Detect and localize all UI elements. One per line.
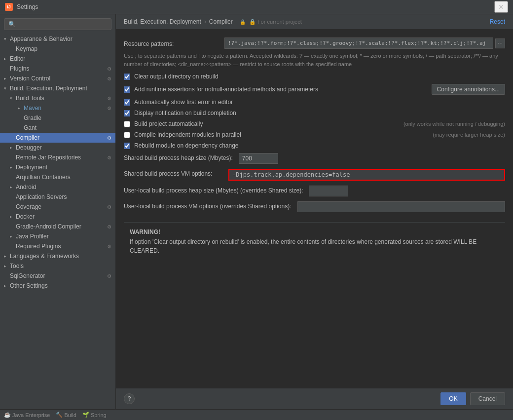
sidebar-item-languages-frameworks[interactable]: Languages & Frameworks xyxy=(0,251,115,261)
build-label: Build xyxy=(64,412,76,418)
sidebar-item-appearance-behavior[interactable]: Appearance & Behavior xyxy=(0,34,115,44)
user-local-vm-input[interactable] xyxy=(297,201,506,212)
arrow-icon xyxy=(10,234,16,239)
runtime-assertions-checkbox[interactable] xyxy=(124,86,130,93)
sidebar-item-compiler[interactable]: Compiler ⚙ xyxy=(0,133,115,143)
sidebar-item-arquillian-containers[interactable]: Arquillian Containers xyxy=(0,172,115,182)
compile-independent-checkbox[interactable] xyxy=(124,132,130,138)
sidebar-item-build-tools[interactable]: Build Tools ⚙ xyxy=(0,93,115,103)
user-local-vm-label: User-local build process VM options (ove… xyxy=(124,201,292,210)
shared-heap-row: Shared build process heap size (Mbytes): xyxy=(124,153,505,164)
help-btn[interactable]: ? xyxy=(124,393,135,404)
warning-text: If option 'Clear output directory on reb… xyxy=(130,237,499,255)
build-automatically-label: Build project automatically xyxy=(134,120,396,127)
settings-icon: ⚙ xyxy=(107,273,111,279)
sidebar-item-maven[interactable]: Maven ⚙ xyxy=(0,103,115,113)
titlebar: IJ Settings ✕ xyxy=(0,0,513,14)
resource-patterns-hint: Use ; to separate patterns and ! to nega… xyxy=(124,52,505,68)
sidebar-item-other-settings[interactable]: Other Settings xyxy=(0,281,115,291)
sidebar-item-version-control[interactable]: Version Control ⚙ xyxy=(0,74,115,83)
sidebar-item-java-profiler[interactable]: Java Profiler xyxy=(0,231,115,241)
taskbar-spring[interactable]: 🌱 Spring xyxy=(82,412,107,418)
user-local-vm-row: User-local build process VM options (ove… xyxy=(124,201,505,212)
resource-patterns-row: Resource patterns: ⋯ xyxy=(124,38,505,49)
shared-heap-input[interactable] xyxy=(239,153,278,164)
settings-icon: ⚙ xyxy=(107,66,111,72)
sidebar-item-build-execution-deployment[interactable]: Build, Execution, Deployment xyxy=(0,83,115,93)
breadcrumb: Build, Execution, Deployment › Compiler … xyxy=(124,18,302,25)
sidebar-item-docker[interactable]: Docker xyxy=(0,212,115,222)
sidebar-item-gradle[interactable]: Gradle xyxy=(0,113,115,123)
warning-title: WARNING! xyxy=(130,229,499,235)
sidebar-scroll: Appearance & Behavior Keymap Editor xyxy=(0,34,115,409)
arrow-icon xyxy=(18,106,24,111)
user-local-heap-row: User-local build process heap size (Mbyt… xyxy=(124,186,505,196)
shared-vm-input[interactable] xyxy=(228,169,505,181)
reset-button[interactable]: Reset xyxy=(490,18,505,25)
arrow-icon xyxy=(10,96,16,101)
arrow-icon xyxy=(4,86,10,91)
sidebar-item-keymap[interactable]: Keymap xyxy=(0,44,115,54)
sidebar-item-editor[interactable]: Editor xyxy=(0,54,115,64)
arrow-icon xyxy=(10,185,16,190)
content-pane: Build, Execution, Deployment › Compiler … xyxy=(116,14,513,409)
build-automatically-row: Build project automatically (only works … xyxy=(124,120,505,127)
display-notification-label: Display notification on build completion xyxy=(134,110,505,116)
sidebar-item-debugger[interactable]: Debugger xyxy=(0,143,115,153)
settings-icon: ⚙ xyxy=(107,135,111,141)
show-first-error-checkbox[interactable] xyxy=(124,99,130,106)
help-icon: ? xyxy=(128,395,131,402)
sidebar-item-plugins[interactable]: Plugins ⚙ xyxy=(0,64,115,74)
configure-annotations-button[interactable]: Configure annotations... xyxy=(432,84,505,95)
settings-icon: ⚙ xyxy=(107,244,111,249)
taskbar-java-enterprise[interactable]: ☕ Java Enterprise xyxy=(4,412,50,418)
main-container: Appearance & Behavior Keymap Editor xyxy=(0,14,513,409)
spring-icon: 🌱 xyxy=(82,412,89,418)
shared-vm-row: Shared build process VM options: xyxy=(124,169,505,181)
settings-icon: ⚙ xyxy=(107,106,111,111)
clear-output-checkbox[interactable] xyxy=(124,74,130,80)
arrow-icon xyxy=(10,214,16,219)
build-automatically-note: (only works while not running / debuggin… xyxy=(403,121,505,127)
expand-button[interactable]: ⋯ xyxy=(495,38,505,48)
rebuild-module-checkbox[interactable] xyxy=(124,143,130,149)
display-notification-row: Display notification on build completion xyxy=(124,110,505,116)
rebuild-module-label: Rebuild module on dependency change xyxy=(134,142,505,149)
content-header: Build, Execution, Deployment › Compiler … xyxy=(116,14,513,30)
compile-independent-note: (may require larger heap size) xyxy=(433,132,505,138)
sidebar-item-android[interactable]: Android xyxy=(0,182,115,192)
breadcrumb-separator: › xyxy=(204,18,206,25)
arrow-icon xyxy=(4,37,10,41)
warning-box: WARNING! If option 'Clear output directo… xyxy=(124,222,505,261)
java-enterprise-icon: ☕ xyxy=(4,412,11,418)
sidebar-item-gant[interactable]: Gant xyxy=(0,123,115,133)
sidebar-item-required-plugins[interactable]: Required Plugins ⚙ xyxy=(0,241,115,251)
sidebar-item-sqlgenerator[interactable]: SqlGenerator ⚙ xyxy=(0,271,115,281)
sidebar-item-remote-jar-repositories[interactable]: Remote Jar Repositories ⚙ xyxy=(0,153,115,162)
clear-output-row: Clear output directory on rebuild xyxy=(124,73,505,80)
window-title: Settings xyxy=(17,3,38,10)
arrow-icon xyxy=(4,283,10,288)
content-body: Resource patterns: ⋯ Use ; to separate p… xyxy=(116,30,513,388)
sidebar-item-gradle-android-compiler[interactable]: Gradle-Android Compiler ⚙ xyxy=(0,222,115,231)
cancel-button[interactable]: Cancel xyxy=(470,392,505,405)
user-local-heap-input[interactable] xyxy=(309,186,348,196)
shared-vm-label: Shared build process VM options: xyxy=(124,169,222,177)
sidebar-item-deployment[interactable]: Deployment xyxy=(0,162,115,172)
sidebar-item-application-servers[interactable]: Application Servers xyxy=(0,192,115,202)
search-input[interactable] xyxy=(4,18,111,30)
clear-output-label: Clear output directory on rebuild xyxy=(134,73,505,80)
resource-patterns-input[interactable] xyxy=(224,38,493,49)
arrow-icon xyxy=(4,254,10,259)
close-button[interactable]: ✕ xyxy=(494,1,508,13)
build-automatically-checkbox[interactable] xyxy=(124,121,130,127)
taskbar-build[interactable]: 🔨 Build xyxy=(56,412,76,418)
compile-independent-label: Compile independent modules in parallel xyxy=(134,131,425,138)
ok-button[interactable]: OK xyxy=(440,392,466,405)
sidebar-item-coverage[interactable]: Coverage ⚙ xyxy=(0,202,115,212)
arrow-icon xyxy=(10,145,16,150)
display-notification-checkbox[interactable] xyxy=(124,110,130,116)
inner-window: IJ Settings ✕ Appearance & Behavior xyxy=(0,0,513,409)
show-first-error-row: Automatically show first error in editor xyxy=(124,99,505,106)
sidebar-item-tools[interactable]: Tools xyxy=(0,261,115,271)
